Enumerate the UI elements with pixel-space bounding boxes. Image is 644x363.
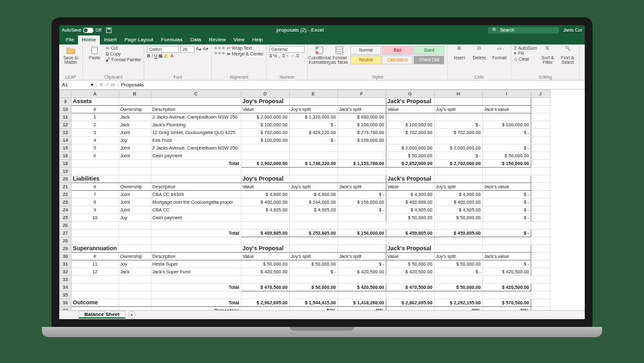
format-cells-button[interactable]: ▭Format xyxy=(490,46,508,60)
insert-cells-button[interactable]: ⊞Insert xyxy=(450,46,468,60)
row-hdr[interactable]: 18 xyxy=(60,159,71,167)
col-hdr-E[interactable]: E xyxy=(289,90,337,97)
row-hdr[interactable]: 28 xyxy=(60,237,71,244)
cancel-icon[interactable]: ✕ xyxy=(99,82,104,88)
format-as-table-button[interactable]: Format as Table xyxy=(330,46,348,64)
tab-formulas[interactable]: Formulas xyxy=(157,35,186,44)
tab-insert[interactable]: Insert xyxy=(100,35,120,44)
decrease-font-icon[interactable]: A▾ xyxy=(203,46,209,52)
tab-home[interactable]: Home xyxy=(78,35,100,44)
row-hdr[interactable]: 23 xyxy=(60,198,71,206)
conditional-formatting-button[interactable]: Conditional Formatting xyxy=(310,46,328,64)
copy-button[interactable]: ⧉Copy xyxy=(106,52,141,57)
sort-filter-button[interactable]: ⇅Sort & Filter xyxy=(538,46,556,64)
row-hdr[interactable]: 13 xyxy=(60,128,71,136)
align-top-icon[interactable]: ≡ xyxy=(214,46,217,50)
search-input[interactable]: 🔍 Search xyxy=(488,27,559,34)
clear-button[interactable]: ◇Clear xyxy=(514,57,536,62)
row-hdr[interactable]: 32 xyxy=(60,268,71,275)
font-size-select[interactable]: 28 xyxy=(180,46,194,53)
autosave-toggle[interactable]: AutoSave Off xyxy=(62,28,102,33)
col-hdr-H[interactable]: H xyxy=(434,90,482,97)
chevron-down-icon[interactable]: ▾ xyxy=(91,82,93,88)
wrap-text-button[interactable]: ↩Wrap Text xyxy=(227,46,263,51)
tab-file[interactable]: File xyxy=(62,35,78,44)
row-hdr[interactable]: 25 xyxy=(60,213,71,221)
increase-font-icon[interactable]: A▴ xyxy=(196,46,202,52)
col-hdr-C[interactable]: C xyxy=(151,90,241,97)
style-neutral[interactable]: Neutral xyxy=(350,55,381,64)
row-hdr[interactable]: 27 xyxy=(60,229,71,237)
style-bad[interactable]: Bad xyxy=(382,46,413,55)
name-box[interactable]: A1▾ xyxy=(59,82,97,88)
toggle-pill[interactable] xyxy=(83,28,93,33)
row-hdr[interactable]: 36 xyxy=(60,299,71,306)
fill-color-button[interactable]: ◧ xyxy=(164,54,169,59)
row-hdr[interactable]: 21 xyxy=(60,182,71,190)
merge-center-button[interactable]: ⬌Merge & Center xyxy=(227,52,263,57)
row-hdr[interactable]: 24 xyxy=(60,206,71,213)
style-calculation[interactable]: Calculation xyxy=(382,55,413,64)
save-icon[interactable] xyxy=(106,27,112,34)
row-hdr[interactable]: 35 xyxy=(60,291,71,299)
find-select-button[interactable]: 🔍Find & Select xyxy=(558,46,576,64)
add-sheet-button[interactable]: + xyxy=(128,311,136,319)
row-hdr[interactable]: 20 xyxy=(60,175,71,182)
user-label[interactable]: Janis Cor xyxy=(563,28,582,32)
inc-decimal-icon[interactable]: .0→ xyxy=(281,54,289,58)
tab-help[interactable]: Help xyxy=(249,35,267,44)
number-format-select[interactable]: General xyxy=(269,46,305,53)
row-hdr[interactable]: 19 xyxy=(60,167,71,175)
row-hdr[interactable]: 30 xyxy=(60,252,71,260)
font-color-button[interactable]: A xyxy=(170,54,173,58)
worksheet-grid[interactable]: ABCDEFGHIJ9AssetsJoy's ProposalJack's Pr… xyxy=(59,90,585,310)
align-center-icon[interactable]: ≡ xyxy=(218,51,221,55)
fill-button[interactable]: ▾Fill xyxy=(514,51,536,56)
row-hdr[interactable]: 10 xyxy=(60,105,71,113)
style-check-cell[interactable]: Check Cell xyxy=(413,55,444,64)
col-hdr-B[interactable]: B xyxy=(118,90,151,97)
row-hdr[interactable]: 16 xyxy=(60,152,71,159)
bold-button[interactable]: B xyxy=(147,54,150,58)
font-name-select[interactable]: Calibri xyxy=(147,46,179,53)
col-hdr-A[interactable]: A xyxy=(71,90,119,97)
row-hdr[interactable]: 11 xyxy=(60,113,71,121)
row-hdr[interactable]: 12 xyxy=(60,121,71,128)
col-hdr-J[interactable]: J xyxy=(531,90,550,97)
border-button[interactable]: ▦ xyxy=(158,54,163,59)
row-hdr[interactable]: 34 xyxy=(60,283,71,291)
paste-button[interactable]: Paste xyxy=(86,46,104,60)
align-mid-icon[interactable]: ≡ xyxy=(218,46,221,50)
formula-input[interactable]: Proposals xyxy=(118,82,585,88)
fx-buttons[interactable]: ✕ ✓ fx xyxy=(97,82,118,88)
style-good[interactable]: Good xyxy=(413,46,444,55)
comma-icon[interactable]: , xyxy=(278,54,279,58)
align-bot-icon[interactable]: ≡ xyxy=(222,46,225,50)
row-hdr[interactable]: 22 xyxy=(60,190,71,198)
tab-review[interactable]: Review xyxy=(205,35,229,44)
save-to-matter-button[interactable]: Save to Matter xyxy=(62,46,80,64)
row-hdr[interactable]: 26 xyxy=(60,221,71,229)
row-hdr[interactable]: 9 xyxy=(60,97,71,105)
col-hdr-D[interactable]: D xyxy=(241,90,289,97)
percent-icon[interactable]: % xyxy=(273,54,277,58)
format-painter-button[interactable]: 🖌Format Painter xyxy=(106,57,141,62)
dec-decimal-icon[interactable]: ←.0 xyxy=(290,54,299,58)
tab-view[interactable]: View xyxy=(230,35,249,44)
tab-data[interactable]: Data xyxy=(186,35,205,44)
col-hdr-F[interactable]: F xyxy=(337,90,386,97)
col-hdr-I[interactable]: I xyxy=(482,90,531,97)
check-icon[interactable]: ✓ xyxy=(105,82,109,88)
col-hdr-G[interactable]: G xyxy=(386,90,434,97)
row-hdr[interactable]: 15 xyxy=(60,144,71,152)
row-hdr[interactable]: 14 xyxy=(60,136,71,144)
row-hdr[interactable]: 33 xyxy=(60,275,71,283)
delete-cells-button[interactable]: ⊟Delete xyxy=(470,46,488,60)
row-hdr[interactable]: 29 xyxy=(60,244,71,252)
align-right-icon[interactable]: ≡ xyxy=(222,51,225,55)
autosum-button[interactable]: ΣAutoSum xyxy=(514,46,536,50)
cut-button[interactable]: ✂Cut xyxy=(106,46,141,51)
currency-icon[interactable]: $ xyxy=(269,54,272,58)
cell-styles-gallery[interactable]: Normal Bad Good Neutral Calculation Chec… xyxy=(350,46,444,64)
sheet-tab-balance-sheet[interactable]: Balance Sheet xyxy=(79,311,126,319)
